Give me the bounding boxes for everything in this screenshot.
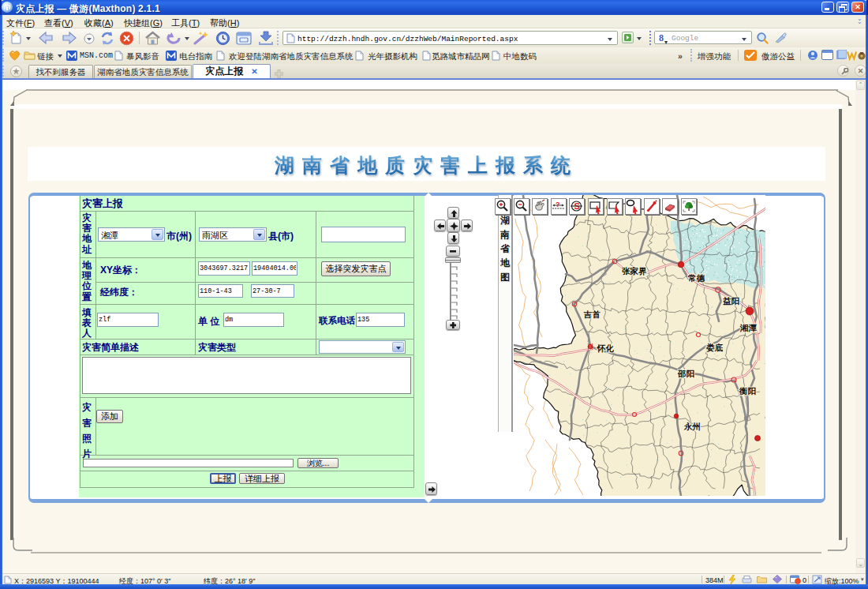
svg-text:邵阳: 邵阳 (677, 369, 694, 378)
svg-text:吉首: 吉首 (583, 310, 601, 319)
svg-text:?: ? (556, 201, 560, 208)
svg-text:怀化: 怀化 (597, 343, 615, 353)
svg-text:常德: 常德 (688, 273, 705, 283)
svg-text:衡阳: 衡阳 (739, 386, 756, 396)
svg-text:湘潭: 湘潭 (739, 323, 758, 332)
svg-text:张家界: 张家界 (622, 266, 647, 276)
svg-text:娄底: 娄底 (706, 343, 724, 352)
svg-text:永州: 永州 (683, 422, 701, 431)
svg-text:益阳: 益阳 (723, 296, 739, 306)
